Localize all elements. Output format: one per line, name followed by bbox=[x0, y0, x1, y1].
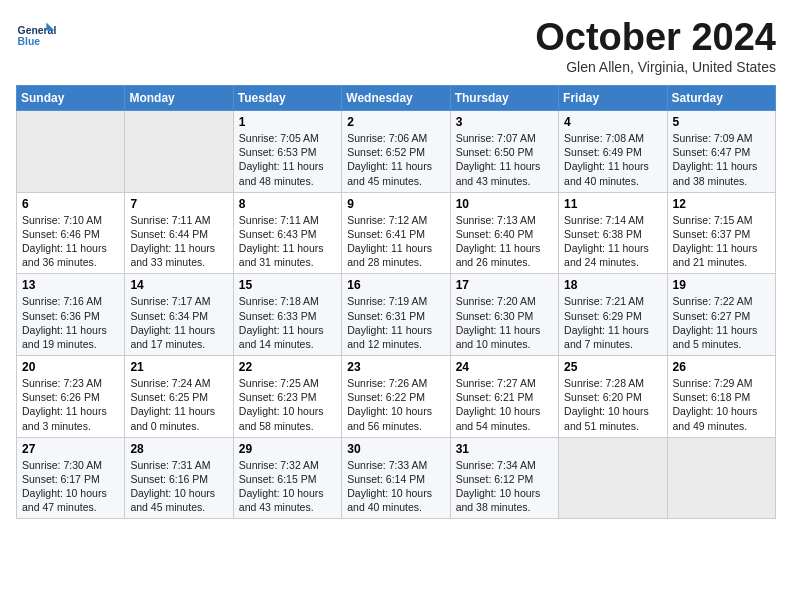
day-number: 20 bbox=[22, 360, 119, 374]
day-info: Sunrise: 7:17 AM Sunset: 6:34 PM Dayligh… bbox=[130, 294, 227, 351]
calendar-cell: 30Sunrise: 7:33 AM Sunset: 6:14 PM Dayli… bbox=[342, 437, 450, 519]
calendar-cell: 31Sunrise: 7:34 AM Sunset: 6:12 PM Dayli… bbox=[450, 437, 558, 519]
day-info: Sunrise: 7:14 AM Sunset: 6:38 PM Dayligh… bbox=[564, 213, 661, 270]
day-info: Sunrise: 7:09 AM Sunset: 6:47 PM Dayligh… bbox=[673, 131, 770, 188]
day-number: 4 bbox=[564, 115, 661, 129]
calendar-cell: 24Sunrise: 7:27 AM Sunset: 6:21 PM Dayli… bbox=[450, 356, 558, 438]
day-number: 2 bbox=[347, 115, 444, 129]
day-number: 26 bbox=[673, 360, 770, 374]
calendar-cell bbox=[125, 111, 233, 193]
calendar-cell: 27Sunrise: 7:30 AM Sunset: 6:17 PM Dayli… bbox=[17, 437, 125, 519]
day-number: 8 bbox=[239, 197, 336, 211]
day-info: Sunrise: 7:27 AM Sunset: 6:21 PM Dayligh… bbox=[456, 376, 553, 433]
day-number: 29 bbox=[239, 442, 336, 456]
day-info: Sunrise: 7:33 AM Sunset: 6:14 PM Dayligh… bbox=[347, 458, 444, 515]
logo: General Blue bbox=[16, 16, 60, 56]
svg-text:Blue: Blue bbox=[18, 36, 41, 47]
day-header-saturday: Saturday bbox=[667, 86, 775, 111]
day-number: 21 bbox=[130, 360, 227, 374]
day-info: Sunrise: 7:11 AM Sunset: 6:43 PM Dayligh… bbox=[239, 213, 336, 270]
day-number: 27 bbox=[22, 442, 119, 456]
day-info: Sunrise: 7:22 AM Sunset: 6:27 PM Dayligh… bbox=[673, 294, 770, 351]
day-number: 7 bbox=[130, 197, 227, 211]
calendar-cell: 20Sunrise: 7:23 AM Sunset: 6:26 PM Dayli… bbox=[17, 356, 125, 438]
day-header-tuesday: Tuesday bbox=[233, 86, 341, 111]
calendar-cell: 15Sunrise: 7:18 AM Sunset: 6:33 PM Dayli… bbox=[233, 274, 341, 356]
calendar-cell: 12Sunrise: 7:15 AM Sunset: 6:37 PM Dayli… bbox=[667, 192, 775, 274]
calendar-cell: 4Sunrise: 7:08 AM Sunset: 6:49 PM Daylig… bbox=[559, 111, 667, 193]
day-number: 12 bbox=[673, 197, 770, 211]
day-number: 23 bbox=[347, 360, 444, 374]
calendar-cell: 6Sunrise: 7:10 AM Sunset: 6:46 PM Daylig… bbox=[17, 192, 125, 274]
calendar-cell: 23Sunrise: 7:26 AM Sunset: 6:22 PM Dayli… bbox=[342, 356, 450, 438]
week-row-5: 27Sunrise: 7:30 AM Sunset: 6:17 PM Dayli… bbox=[17, 437, 776, 519]
day-number: 10 bbox=[456, 197, 553, 211]
calendar-cell: 21Sunrise: 7:24 AM Sunset: 6:25 PM Dayli… bbox=[125, 356, 233, 438]
calendar-cell bbox=[17, 111, 125, 193]
day-info: Sunrise: 7:32 AM Sunset: 6:15 PM Dayligh… bbox=[239, 458, 336, 515]
calendar-cell: 29Sunrise: 7:32 AM Sunset: 6:15 PM Dayli… bbox=[233, 437, 341, 519]
calendar-cell: 25Sunrise: 7:28 AM Sunset: 6:20 PM Dayli… bbox=[559, 356, 667, 438]
day-info: Sunrise: 7:21 AM Sunset: 6:29 PM Dayligh… bbox=[564, 294, 661, 351]
calendar-cell: 19Sunrise: 7:22 AM Sunset: 6:27 PM Dayli… bbox=[667, 274, 775, 356]
day-info: Sunrise: 7:06 AM Sunset: 6:52 PM Dayligh… bbox=[347, 131, 444, 188]
calendar-cell: 28Sunrise: 7:31 AM Sunset: 6:16 PM Dayli… bbox=[125, 437, 233, 519]
week-row-4: 20Sunrise: 7:23 AM Sunset: 6:26 PM Dayli… bbox=[17, 356, 776, 438]
day-header-thursday: Thursday bbox=[450, 86, 558, 111]
calendar-cell: 16Sunrise: 7:19 AM Sunset: 6:31 PM Dayli… bbox=[342, 274, 450, 356]
day-info: Sunrise: 7:19 AM Sunset: 6:31 PM Dayligh… bbox=[347, 294, 444, 351]
week-row-2: 6Sunrise: 7:10 AM Sunset: 6:46 PM Daylig… bbox=[17, 192, 776, 274]
day-header-wednesday: Wednesday bbox=[342, 86, 450, 111]
day-number: 15 bbox=[239, 278, 336, 292]
calendar-cell: 7Sunrise: 7:11 AM Sunset: 6:44 PM Daylig… bbox=[125, 192, 233, 274]
day-number: 31 bbox=[456, 442, 553, 456]
day-info: Sunrise: 7:29 AM Sunset: 6:18 PM Dayligh… bbox=[673, 376, 770, 433]
calendar-cell bbox=[667, 437, 775, 519]
week-row-1: 1Sunrise: 7:05 AM Sunset: 6:53 PM Daylig… bbox=[17, 111, 776, 193]
day-number: 18 bbox=[564, 278, 661, 292]
day-number: 1 bbox=[239, 115, 336, 129]
day-number: 14 bbox=[130, 278, 227, 292]
day-number: 11 bbox=[564, 197, 661, 211]
calendar-cell: 14Sunrise: 7:17 AM Sunset: 6:34 PM Dayli… bbox=[125, 274, 233, 356]
day-number: 13 bbox=[22, 278, 119, 292]
calendar-cell bbox=[559, 437, 667, 519]
calendar-cell: 26Sunrise: 7:29 AM Sunset: 6:18 PM Dayli… bbox=[667, 356, 775, 438]
calendar-cell: 11Sunrise: 7:14 AM Sunset: 6:38 PM Dayli… bbox=[559, 192, 667, 274]
day-number: 3 bbox=[456, 115, 553, 129]
day-info: Sunrise: 7:20 AM Sunset: 6:30 PM Dayligh… bbox=[456, 294, 553, 351]
day-info: Sunrise: 7:11 AM Sunset: 6:44 PM Dayligh… bbox=[130, 213, 227, 270]
day-info: Sunrise: 7:05 AM Sunset: 6:53 PM Dayligh… bbox=[239, 131, 336, 188]
day-info: Sunrise: 7:12 AM Sunset: 6:41 PM Dayligh… bbox=[347, 213, 444, 270]
day-info: Sunrise: 7:31 AM Sunset: 6:16 PM Dayligh… bbox=[130, 458, 227, 515]
day-number: 6 bbox=[22, 197, 119, 211]
day-info: Sunrise: 7:25 AM Sunset: 6:23 PM Dayligh… bbox=[239, 376, 336, 433]
day-number: 17 bbox=[456, 278, 553, 292]
day-number: 16 bbox=[347, 278, 444, 292]
calendar-cell: 3Sunrise: 7:07 AM Sunset: 6:50 PM Daylig… bbox=[450, 111, 558, 193]
calendar-table: SundayMondayTuesdayWednesdayThursdayFrid… bbox=[16, 85, 776, 519]
days-header-row: SundayMondayTuesdayWednesdayThursdayFrid… bbox=[17, 86, 776, 111]
day-info: Sunrise: 7:34 AM Sunset: 6:12 PM Dayligh… bbox=[456, 458, 553, 515]
calendar-cell: 22Sunrise: 7:25 AM Sunset: 6:23 PM Dayli… bbox=[233, 356, 341, 438]
day-info: Sunrise: 7:18 AM Sunset: 6:33 PM Dayligh… bbox=[239, 294, 336, 351]
day-info: Sunrise: 7:08 AM Sunset: 6:49 PM Dayligh… bbox=[564, 131, 661, 188]
day-header-monday: Monday bbox=[125, 86, 233, 111]
day-number: 24 bbox=[456, 360, 553, 374]
day-number: 22 bbox=[239, 360, 336, 374]
calendar-cell: 10Sunrise: 7:13 AM Sunset: 6:40 PM Dayli… bbox=[450, 192, 558, 274]
location-subtitle: Glen Allen, Virginia, United States bbox=[535, 59, 776, 75]
day-info: Sunrise: 7:13 AM Sunset: 6:40 PM Dayligh… bbox=[456, 213, 553, 270]
day-header-sunday: Sunday bbox=[17, 86, 125, 111]
calendar-cell: 13Sunrise: 7:16 AM Sunset: 6:36 PM Dayli… bbox=[17, 274, 125, 356]
calendar-cell: 2Sunrise: 7:06 AM Sunset: 6:52 PM Daylig… bbox=[342, 111, 450, 193]
calendar-cell: 9Sunrise: 7:12 AM Sunset: 6:41 PM Daylig… bbox=[342, 192, 450, 274]
calendar-cell: 8Sunrise: 7:11 AM Sunset: 6:43 PM Daylig… bbox=[233, 192, 341, 274]
day-info: Sunrise: 7:15 AM Sunset: 6:37 PM Dayligh… bbox=[673, 213, 770, 270]
day-info: Sunrise: 7:16 AM Sunset: 6:36 PM Dayligh… bbox=[22, 294, 119, 351]
calendar-cell: 18Sunrise: 7:21 AM Sunset: 6:29 PM Dayli… bbox=[559, 274, 667, 356]
page-header: General Blue October 2024 Glen Allen, Vi… bbox=[16, 16, 776, 75]
day-info: Sunrise: 7:26 AM Sunset: 6:22 PM Dayligh… bbox=[347, 376, 444, 433]
day-info: Sunrise: 7:23 AM Sunset: 6:26 PM Dayligh… bbox=[22, 376, 119, 433]
title-block: October 2024 Glen Allen, Virginia, Unite… bbox=[535, 16, 776, 75]
